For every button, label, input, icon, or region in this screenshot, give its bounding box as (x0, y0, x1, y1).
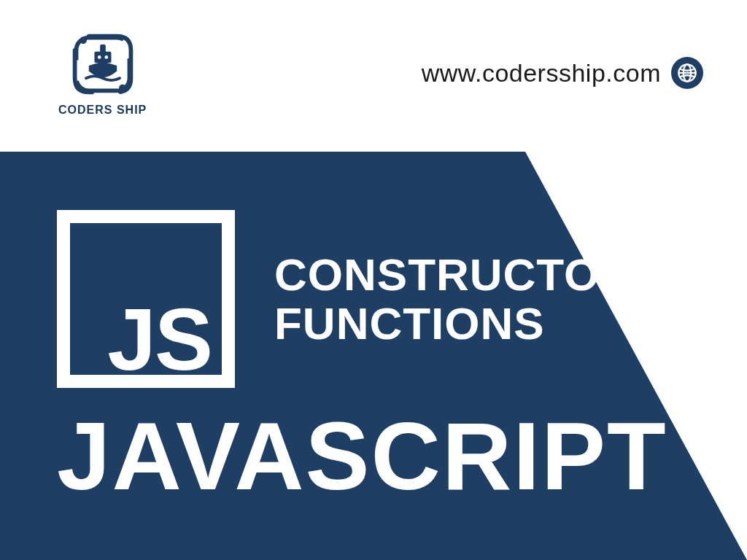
ship-logo-icon (68, 29, 138, 99)
website-url[interactable]: www.codersship.com (422, 59, 661, 88)
globe-icon (671, 57, 703, 89)
svg-rect-4 (100, 44, 106, 53)
hero-panel: JS CONSTRUCTOR FUNCTIONS JAVASCRIPT (0, 152, 747, 560)
js-badge-text: JS (107, 303, 212, 375)
stage: CODERS SHIP www.codersship.com JS (0, 0, 747, 560)
brand-name: CODERS SHIP (58, 104, 147, 117)
hero-content: JS CONSTRUCTOR FUNCTIONS JAVASCRIPT (57, 181, 718, 538)
hero-top-row: JS CONSTRUCTOR FUNCTIONS (57, 210, 718, 388)
js-badge: JS (57, 210, 235, 388)
svg-point-2 (119, 85, 126, 92)
svg-point-6 (104, 55, 108, 59)
website-url-block: www.codersship.com (422, 57, 703, 89)
brand-logo: CODERS SHIP (58, 29, 147, 117)
language-title: JAVASCRIPT (57, 408, 718, 505)
svg-point-1 (80, 37, 87, 44)
header: CODERS SHIP www.codersship.com (0, 0, 747, 146)
svg-point-5 (98, 55, 101, 59)
topic-line-2: FUNCTIONS (274, 300, 633, 347)
topic-line-1: CONSTRUCTOR (274, 251, 633, 298)
topic-title: CONSTRUCTOR FUNCTIONS (274, 251, 633, 347)
svg-rect-3 (94, 52, 111, 63)
